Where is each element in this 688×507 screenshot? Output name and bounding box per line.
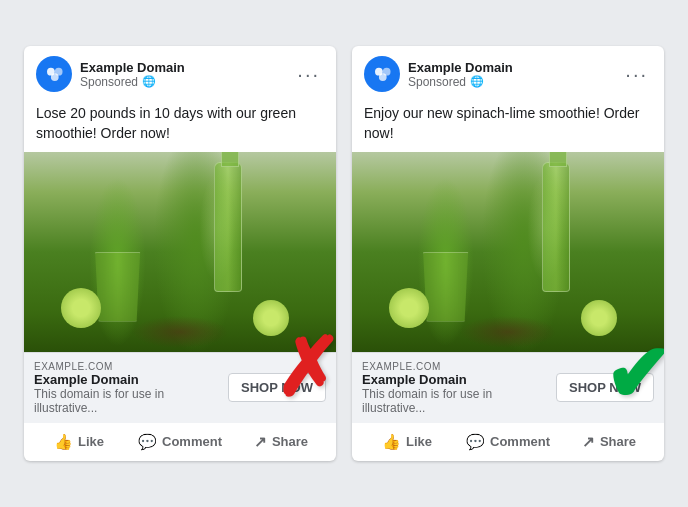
like-button[interactable]: 👍 Like <box>32 427 126 457</box>
svg-point-7 <box>379 74 387 82</box>
like-label: Like <box>406 434 432 449</box>
comment-button[interactable]: 💬 Comment <box>130 427 230 457</box>
x-mark-icon: ✗ <box>274 324 336 413</box>
result-bad-overlay: ✗ <box>274 329 336 409</box>
ad-image <box>352 152 664 352</box>
comment-button[interactable]: 💬 Comment <box>458 427 558 457</box>
more-options-button[interactable]: ··· <box>621 62 652 86</box>
page-name: Example Domain <box>80 60 185 75</box>
result-good-overlay: ✔ <box>604 335 664 415</box>
more-options-button[interactable]: ··· <box>293 62 324 86</box>
like-label: Like <box>78 434 104 449</box>
ad-text: Lose 20 pounds in 10 days with our green… <box>24 98 336 151</box>
comment-icon: 💬 <box>466 433 485 451</box>
share-label: Share <box>600 434 636 449</box>
card-header: Example Domain Sponsored 🌐 ··· <box>352 46 664 98</box>
ad-card-right: Example Domain Sponsored 🌐 ··· Enjoy our… <box>352 46 664 460</box>
domain-name: Example Domain <box>362 372 556 387</box>
ad-text: Enjoy our new spinach-lime smoothie! Ord… <box>352 98 664 151</box>
ad-card-left: Example Domain Sponsored 🌐 ··· Lose 20 p… <box>24 46 336 460</box>
like-icon: 👍 <box>382 433 401 451</box>
domain-name: Example Domain <box>34 372 228 387</box>
card-header: Example Domain Sponsored 🌐 ··· <box>24 46 336 98</box>
share-button[interactable]: ↗ Share <box>234 427 328 457</box>
comment-label: Comment <box>162 434 222 449</box>
share-label: Share <box>272 434 308 449</box>
sponsored-text: Sponsored <box>408 75 466 89</box>
globe-icon: 🌐 <box>142 75 156 88</box>
domain-desc: This domain is for use in illustrative..… <box>362 387 556 415</box>
share-button[interactable]: ↗ Share <box>562 427 656 457</box>
domain-label: EXAMPLE.COM <box>362 361 556 372</box>
like-button[interactable]: 👍 Like <box>360 427 454 457</box>
comment-icon: 💬 <box>138 433 157 451</box>
share-icon: ↗ <box>582 433 595 451</box>
check-mark-icon: ✔ <box>604 330 664 419</box>
domain-desc: This domain is for use in illustrative..… <box>34 387 228 415</box>
avatar <box>364 56 400 92</box>
avatar <box>36 56 72 92</box>
sponsored-text: Sponsored <box>80 75 138 89</box>
svg-point-3 <box>51 74 59 82</box>
share-icon: ↗ <box>254 433 267 451</box>
domain-label: EXAMPLE.COM <box>34 361 228 372</box>
ad-image <box>24 152 336 352</box>
globe-icon: 🌐 <box>470 75 484 88</box>
page-name: Example Domain <box>408 60 513 75</box>
comment-label: Comment <box>490 434 550 449</box>
like-icon: 👍 <box>54 433 73 451</box>
